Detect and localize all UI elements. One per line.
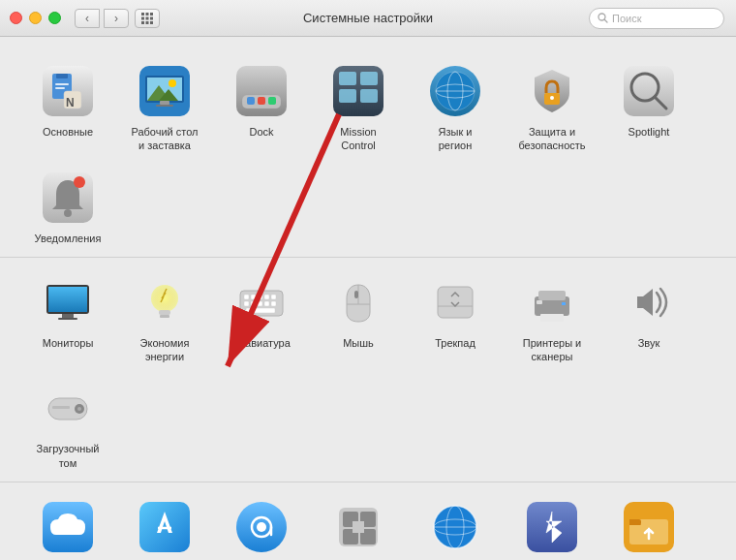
svg-rect-62 — [244, 295, 249, 299]
svg-text:N: N — [66, 96, 75, 109]
search-box[interactable]: Поиск — [589, 8, 724, 29]
svg-rect-70 — [264, 301, 269, 306]
maximize-button[interactable] — [48, 12, 61, 24]
printers-icon — [523, 273, 581, 331]
appstore-icon — [136, 498, 194, 556]
svg-rect-5 — [150, 16, 153, 19]
pref-mission[interactable]: MissionControl — [310, 54, 407, 161]
trackpad-icon — [426, 273, 484, 331]
close-button[interactable] — [10, 12, 22, 24]
pref-appstore[interactable]: App Store — [116, 490, 213, 560]
mouse-label: Мышь — [343, 336, 374, 350]
section-1-grid: N Основные — [19, 54, 717, 253]
svg-rect-63 — [251, 295, 256, 299]
svg-rect-0 — [141, 13, 144, 16]
section-3-grid: iCloud — [19, 490, 717, 560]
keyboard-icon — [232, 273, 291, 331]
notifications-label: Уведомления — [35, 232, 102, 245]
svg-rect-36 — [339, 89, 356, 103]
pref-lang[interactable]: Язык ирегион — [407, 54, 504, 161]
pref-spotlight[interactable]: Spotlight — [600, 54, 697, 161]
svg-rect-27 — [156, 105, 173, 107]
svg-rect-7 — [146, 21, 149, 24]
svg-rect-72 — [246, 308, 275, 313]
pref-startup[interactable]: Загрузочныйтом — [19, 371, 116, 478]
svg-rect-31 — [258, 97, 265, 105]
back-button[interactable]: ‹ — [75, 9, 100, 28]
pref-network[interactable]: Сеть — [407, 490, 504, 560]
svg-rect-3 — [141, 16, 144, 19]
svg-rect-108 — [629, 519, 641, 525]
svg-rect-35 — [360, 72, 378, 85]
mission-icon — [329, 62, 387, 120]
forward-button[interactable]: › — [104, 9, 129, 28]
svg-rect-15 — [56, 74, 68, 78]
pref-accounts[interactable]: Учетные записиИнтернета — [213, 490, 310, 560]
nav-buttons: ‹ › — [75, 9, 129, 28]
pref-sound[interactable]: Звук — [600, 265, 697, 372]
svg-point-45 — [550, 96, 554, 100]
svg-rect-71 — [271, 301, 276, 306]
titlebar: ‹ › Системные настройки Поиск — [0, 0, 736, 37]
energy-label: Экономияэнергии — [140, 336, 190, 364]
svg-rect-74 — [354, 291, 358, 298]
main-content: N Основные — [0, 37, 736, 560]
desktop-icon — [136, 62, 194, 120]
pref-energy[interactable]: Экономияэнергии — [116, 265, 213, 372]
sound-icon — [620, 273, 678, 331]
svg-rect-81 — [537, 300, 542, 304]
pref-osnov[interactable]: N Основные — [19, 54, 116, 161]
svg-point-9 — [598, 14, 605, 20]
svg-point-50 — [64, 209, 72, 217]
grid-button[interactable] — [135, 9, 160, 28]
notifications-icon — [39, 169, 97, 227]
bluetooth-icon — [523, 498, 581, 556]
svg-rect-56 — [58, 318, 77, 320]
sound-label: Звук — [638, 336, 660, 350]
lang-label: Язык ирегион — [439, 125, 473, 153]
svg-rect-54 — [48, 287, 87, 312]
svg-rect-80 — [540, 314, 564, 322]
minimize-button[interactable] — [29, 12, 42, 24]
svg-rect-2 — [150, 13, 153, 16]
svg-rect-68 — [251, 301, 256, 306]
dock-label: Dock — [249, 125, 273, 139]
pref-security[interactable]: Защита ибезопасность — [504, 54, 600, 161]
accounts-icon — [232, 498, 291, 556]
lang-icon — [426, 62, 484, 120]
pref-printers[interactable]: Принтеры исканеры — [504, 265, 600, 372]
pref-trackpad[interactable]: Трекпад — [407, 265, 504, 372]
svg-rect-86 — [52, 406, 70, 409]
svg-point-51 — [74, 176, 85, 188]
svg-rect-8 — [150, 21, 153, 24]
svg-point-85 — [77, 407, 81, 411]
section-1: N Основные — [0, 47, 736, 258]
pref-dock[interactable]: Dock — [213, 54, 310, 161]
pref-keyboard[interactable]: Клавиатура — [213, 265, 310, 372]
svg-rect-17 — [55, 87, 65, 89]
pref-bluetooth[interactable]: Bluetooth — [504, 490, 600, 560]
svg-rect-55 — [62, 314, 74, 318]
pref-notifications[interactable]: Уведомления — [19, 161, 116, 253]
pref-mouse[interactable]: Мышь — [310, 265, 407, 372]
dock-icon — [232, 62, 291, 120]
svg-rect-76 — [438, 287, 473, 318]
pref-icloud[interactable]: iCloud — [19, 490, 116, 560]
window-title: Системные настройки — [303, 11, 433, 25]
svg-point-60 — [151, 285, 178, 312]
pref-extensions[interactable]: Расширения — [310, 490, 407, 560]
section-2-grid: Мониторы — [19, 265, 717, 478]
svg-rect-69 — [258, 301, 262, 306]
traffic-lights — [10, 12, 61, 24]
svg-rect-6 — [141, 21, 144, 24]
svg-rect-16 — [55, 83, 69, 85]
pref-sharing[interactable]: Общийдоступ — [600, 490, 697, 560]
pref-desktop[interactable]: Рабочий столи заставка — [116, 54, 213, 161]
svg-rect-66 — [271, 295, 276, 299]
svg-rect-32 — [268, 97, 276, 105]
icloud-icon — [39, 498, 97, 556]
mouse-icon — [329, 273, 387, 331]
svg-rect-82 — [562, 302, 566, 305]
pref-monitors[interactable]: Мониторы — [19, 265, 116, 372]
startup-label: Загрузочныйтом — [37, 442, 100, 470]
